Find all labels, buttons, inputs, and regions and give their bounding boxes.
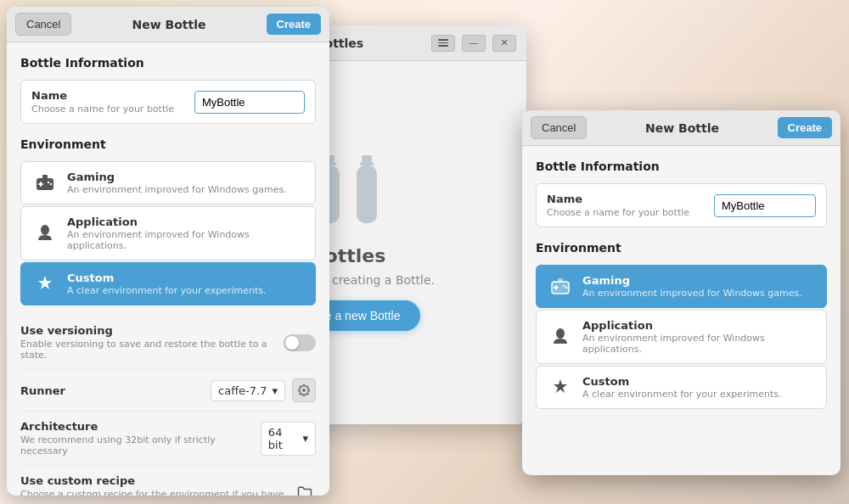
arch-select[interactable]: 64 bit ▾ <box>261 422 316 456</box>
env-option-gaming-left[interactable]: Gaming An environment improved for Windo… <box>20 161 316 204</box>
arch-label: Architecture <box>20 420 261 433</box>
cancel-button-right[interactable]: Cancel <box>531 116 587 139</box>
gaming-desc-left: An environment improved for Windows game… <box>67 184 287 195</box>
dialog-left-title: New Bottle <box>71 18 266 31</box>
recipe-desc: Choose a custom recipe for the environme… <box>20 489 293 496</box>
name-desc-right: Choose a name for your bottle <box>547 207 689 218</box>
new-bottle-dialog-right: Cancel New Bottle Create Bottle Informat… <box>522 110 841 475</box>
svg-marker-23 <box>554 379 567 393</box>
gaming-icon-left <box>33 171 57 195</box>
env-option-gaming-right[interactable]: Gaming An environment improved for Windo… <box>536 265 827 308</box>
name-input-right[interactable] <box>714 194 816 217</box>
env-title-left: Environment <box>20 137 316 151</box>
name-field-right: Name Choose a name for your bottle <box>536 183 827 227</box>
menu-button[interactable] <box>431 35 455 52</box>
arch-desc: We recommend using 32bit only if strictl… <box>20 434 261 456</box>
hamburger-icon <box>438 39 448 47</box>
versioning-row: Use versioning Enable versioning to save… <box>20 316 316 370</box>
svg-point-14 <box>302 389 306 392</box>
recipe-row: Use custom recipe Choose a custom recipe… <box>20 466 316 496</box>
application-name-left: Application <box>67 216 303 228</box>
dialog-left-body: Bottle Information Name Choose a name fo… <box>7 42 329 496</box>
name-label-left: Name <box>31 89 174 102</box>
name-desc-left: Choose a name for your bottle <box>31 104 174 115</box>
arch-text: Architecture We recommend using 32bit on… <box>20 420 261 456</box>
arch-value: 64 bit <box>268 426 300 451</box>
cancel-button-left[interactable]: Cancel <box>15 13 71 36</box>
env-option-application-right[interactable]: Application An environment improved for … <box>536 310 827 364</box>
gaming-text-left: Gaming An environment improved for Windo… <box>67 171 287 195</box>
versioning-desc: Enable versioning to save and restore th… <box>20 339 284 361</box>
application-text-right: Application An environment improved for … <box>582 319 814 355</box>
svg-point-19 <box>563 284 565 286</box>
gaming-name-left: Gaming <box>67 171 287 183</box>
runner-label: Runner <box>20 384 65 397</box>
svg-rect-11 <box>42 175 48 179</box>
svg-rect-5 <box>357 165 377 223</box>
env-option-custom-right[interactable]: Custom A clear environment for your expe… <box>536 366 827 409</box>
recipe-label: Use custom recipe <box>20 474 293 487</box>
svg-point-20 <box>565 286 567 288</box>
env-options-right: Gaming An environment improved for Windo… <box>536 265 827 409</box>
dialog-right-title: New Bottle <box>587 121 777 135</box>
gaming-desc-right: An environment improved for Windows game… <box>582 288 802 299</box>
application-icon-left <box>33 221 57 245</box>
dialog-left-titlebar: Cancel New Bottle Create <box>7 7 329 42</box>
bottle-info-title-right: Bottle Information <box>536 160 827 173</box>
name-field-left: Name Choose a name for your bottle <box>20 80 316 124</box>
runner-row: Runner caffe-7.7 ▾ <box>20 370 316 412</box>
create-button-right[interactable]: Create <box>778 117 832 138</box>
versioning-text: Use versioning Enable versioning to save… <box>20 324 284 361</box>
runner-controls: caffe-7.7 ▾ <box>211 378 316 402</box>
application-text-left: Application An environment improved for … <box>67 216 303 251</box>
recipe-folder-button[interactable] <box>293 481 316 496</box>
custom-text-left: Custom A clear environment for your expe… <box>67 272 266 296</box>
close-button[interactable]: ✕ <box>492 35 516 52</box>
application-desc-left: An environment improved for Windows appl… <box>67 229 303 251</box>
name-label-group-right: Name Choose a name for your bottle <box>547 193 689 218</box>
runner-gear-button[interactable] <box>292 378 316 402</box>
minimize-button[interactable]: — <box>462 35 486 52</box>
custom-name-left: Custom <box>67 272 266 284</box>
dialog-right-titlebar: Cancel New Bottle Create <box>522 110 841 146</box>
gear-icon <box>298 384 310 396</box>
env-options-left: Gaming An environment improved for Windo… <box>20 161 316 305</box>
custom-desc-left: A clear environment for your experiments… <box>67 285 266 296</box>
gaming-icon-right <box>548 275 572 299</box>
application-desc-right: An environment improved for Windows appl… <box>582 333 814 355</box>
arch-chevron-icon: ▾ <box>302 432 308 445</box>
bottle-info-title-left: Bottle Information <box>20 56 316 70</box>
create-button-left[interactable]: Create <box>267 14 321 35</box>
folder-icon <box>297 485 312 496</box>
versioning-label: Use versioning <box>20 324 284 337</box>
runner-select[interactable]: caffe-7.7 ▾ <box>211 380 285 401</box>
dialog-right-body: Bottle Information Name Choose a name fo… <box>522 146 841 475</box>
svg-rect-3 <box>362 155 372 162</box>
chevron-down-icon: ▾ <box>272 384 278 397</box>
env-title-right: Environment <box>536 241 827 255</box>
svg-point-9 <box>48 181 49 182</box>
custom-desc-right: A clear environment for your experiments… <box>582 389 781 400</box>
svg-rect-8 <box>38 183 43 185</box>
custom-icon-left <box>33 272 57 296</box>
application-icon-right <box>548 325 572 349</box>
svg-rect-4 <box>360 162 374 165</box>
name-label-right: Name <box>547 193 689 205</box>
recipe-text: Use custom recipe Choose a custom recipe… <box>20 474 293 496</box>
svg-point-10 <box>50 182 52 184</box>
gaming-name-right: Gaming <box>582 274 802 287</box>
new-bottle-dialog-left: Cancel New Bottle Create Bottle Informat… <box>7 7 329 496</box>
name-label-group-left: Name Choose a name for your bottle <box>31 89 174 115</box>
runner-value: caffe-7.7 <box>218 384 267 397</box>
svg-marker-13 <box>38 276 52 289</box>
env-option-application-left[interactable]: Application An environment improved for … <box>20 206 316 260</box>
custom-text-right: Custom A clear environment for your expe… <box>582 375 781 400</box>
arch-row: Architecture We recommend using 32bit on… <box>20 412 316 466</box>
env-option-custom-left[interactable]: Custom A clear environment for your expe… <box>20 262 316 305</box>
application-name-right: Application <box>582 319 814 332</box>
svg-point-22 <box>556 328 565 339</box>
custom-icon-right <box>548 376 572 400</box>
svg-rect-21 <box>558 278 563 283</box>
name-input-left[interactable] <box>194 91 305 114</box>
versioning-toggle[interactable] <box>284 334 316 351</box>
